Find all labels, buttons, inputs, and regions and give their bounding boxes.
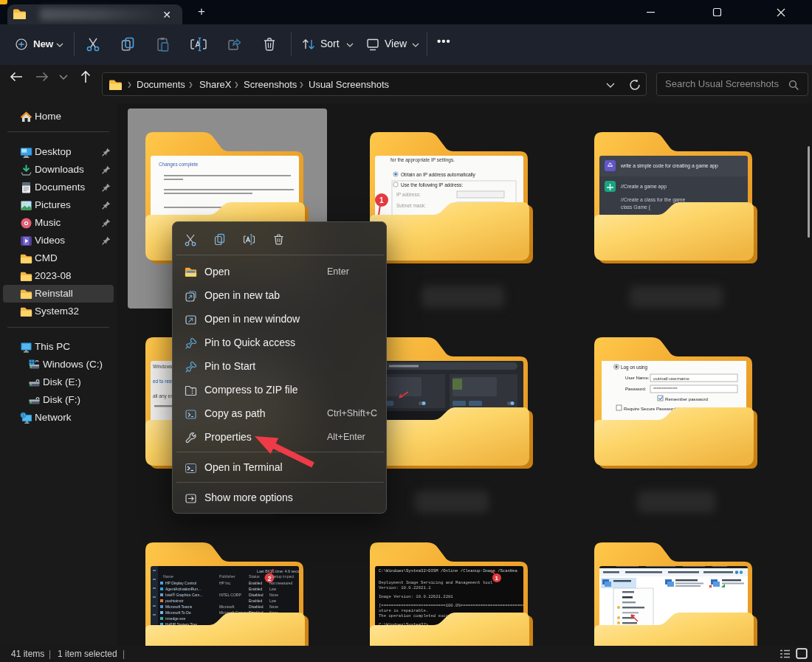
svg-text:Status: Status <box>249 574 260 579</box>
svg-text:Microsoft To Do: Microsoft To Do <box>165 610 191 615</box>
svg-text:C:\Windows\System32>DISM /Onli: C:\Windows\System32>DISM /Online /Cleanu… <box>379 568 518 573</box>
svg-text:Startup impact: Startup impact <box>269 574 295 579</box>
svg-text:Publisher: Publisher <box>219 574 235 579</box>
svg-text:Enabled: Enabled <box>249 599 263 603</box>
svg-text:Image Version: 10.0.22621.2281: Image Version: 10.0.22621.2281 <box>379 594 453 599</box>
svg-text:1: 1 <box>379 196 384 204</box>
svg-text:HP Display Control: HP Display Control <box>165 581 196 585</box>
svg-text:None: None <box>269 604 278 609</box>
svg-text:Microsoft: Microsoft <box>219 604 235 609</box>
svg-text:Low: Low <box>269 587 277 591</box>
svg-text:outmail-username: outmail-username <box>653 376 689 381</box>
svg-text:Disabled: Disabled <box>249 604 264 609</box>
svg-text:1: 1 <box>495 575 499 582</box>
svg-text:msedge.exe: msedge.exe <box>165 616 185 621</box>
svg-text:Microsoft Teams: Microsoft Teams <box>165 604 193 609</box>
svg-text:Remember password: Remember password <box>665 396 708 401</box>
svg-text:Log on using: Log on using <box>621 365 648 370</box>
svg-text://Create a class for the game: //Create a class for the game <box>621 197 685 203</box>
svg-text:Last BIOS time: 4.9 seconds: Last BIOS time: 4.9 seconds <box>257 569 306 573</box>
svg-text:write a simple code for creati: write a simple code for creating a game … <box>620 163 718 169</box>
svg-text:pushtoinstr: pushtoinstr <box>165 599 184 603</box>
svg-text:Not measured: Not measured <box>269 581 293 585</box>
svg-text:Low: Low <box>269 599 277 603</box>
svg-text:for the appropriate IP setting: for the appropriate IP settings. <box>390 157 455 163</box>
svg-text:IP address:: IP address: <box>396 192 421 197</box>
svg-text:Name: Name <box>163 574 173 579</box>
svg-text:Version: 10.0.22621.1: Version: 10.0.22621.1 <box>379 585 431 590</box>
svg-text:Disabled: Disabled <box>249 593 264 597</box>
svg-text:Changes complete: Changes complete <box>159 162 199 168</box>
svg-text:Use the following IP address:: Use the following IP address: <box>401 182 463 188</box>
svg-text:Password:: Password: <box>625 386 647 391</box>
svg-text://Create a game app: //Create a game app <box>621 184 667 190</box>
svg-text:class Game {: class Game { <box>621 204 651 210</box>
svg-text:Enabled: Enabled <box>249 581 263 585</box>
svg-text:Obtain an IP address automatic: Obtain an IP address automatically <box>401 172 475 178</box>
svg-text:INTEL CORP: INTEL CORP <box>219 593 241 597</box>
svg-text:[==========================100: [==========================100.0%=======… <box>379 603 527 608</box>
svg-text:Intel® Graphics Com...: Intel® Graphics Com... <box>165 593 203 597</box>
svg-text:store is repairable.: store is repairable. <box>379 608 428 613</box>
svg-text:Enabled: Enabled <box>249 587 263 591</box>
svg-text:None: None <box>269 593 278 597</box>
svg-text:HP Inc.: HP Inc. <box>219 581 231 585</box>
svg-text:**************: ************** <box>653 387 678 391</box>
svg-text:Subnet mask:: Subnet mask: <box>396 203 426 208</box>
svg-text:Deployment Image Servicing and: Deployment Image Servicing and Managemen… <box>379 580 493 585</box>
svg-text:AgentActivationRun...: AgentActivationRun... <box>165 587 201 591</box>
svg-text:User Name:: User Name: <box>625 375 650 380</box>
